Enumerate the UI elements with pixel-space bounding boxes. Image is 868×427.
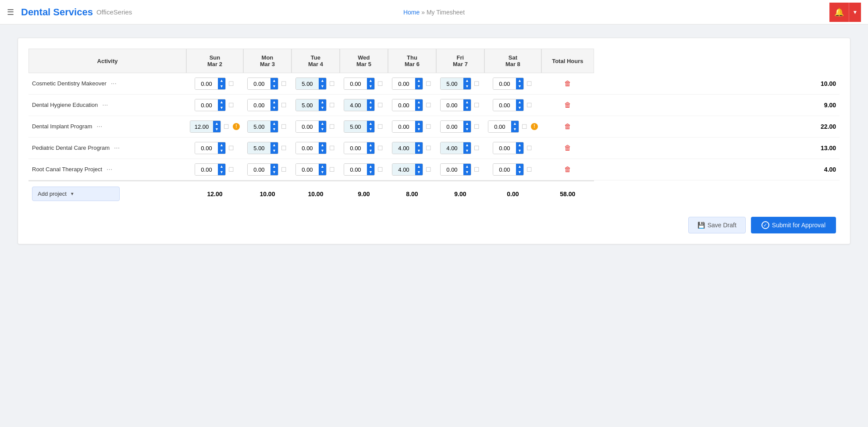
note-button[interactable]: ☐ xyxy=(377,144,384,152)
spin-down-button[interactable]: ▼ xyxy=(463,105,471,111)
note-button[interactable]: ☐ xyxy=(328,165,336,174)
spin-up-button[interactable]: ▲ xyxy=(367,142,374,148)
spin-down-button[interactable]: ▼ xyxy=(367,169,374,175)
delete-row-button[interactable]: 🗑 xyxy=(562,123,573,131)
note-button[interactable]: ☐ xyxy=(280,122,288,131)
spin-up-button[interactable]: ▲ xyxy=(516,142,523,148)
row-options-button[interactable]: ··· xyxy=(100,101,110,109)
spin-up-button[interactable]: ▲ xyxy=(270,121,278,127)
spin-down-button[interactable]: ▼ xyxy=(415,84,423,89)
time-input[interactable] xyxy=(344,99,367,111)
submit-approval-button[interactable]: ✓ Submit for Approval xyxy=(751,217,836,233)
bell-button[interactable]: 🔔 xyxy=(829,3,849,22)
time-input[interactable] xyxy=(344,164,367,175)
time-input[interactable] xyxy=(195,164,218,175)
spin-down-button[interactable]: ▼ xyxy=(367,127,374,132)
note-button[interactable]: ☐ xyxy=(280,101,288,109)
spin-down-button[interactable]: ▼ xyxy=(367,84,374,89)
note-button[interactable]: ☐ xyxy=(377,101,384,109)
spin-up-button[interactable]: ▲ xyxy=(319,121,326,127)
time-input[interactable] xyxy=(195,99,218,111)
note-button[interactable]: ☐ xyxy=(328,79,336,88)
spin-up-button[interactable]: ▲ xyxy=(463,78,471,84)
spin-up-button[interactable]: ▲ xyxy=(415,142,423,148)
spin-down-button[interactable]: ▼ xyxy=(270,127,278,132)
spin-up-button[interactable]: ▲ xyxy=(367,99,374,105)
note-button[interactable]: ☐ xyxy=(473,122,480,131)
spin-up-button[interactable]: ▲ xyxy=(516,78,523,84)
time-input[interactable] xyxy=(441,99,463,111)
time-input[interactable] xyxy=(344,78,367,89)
time-input[interactable] xyxy=(195,78,218,89)
spin-down-button[interactable]: ▼ xyxy=(516,169,523,175)
time-input[interactable] xyxy=(488,121,511,132)
spin-down-button[interactable]: ▼ xyxy=(319,105,326,111)
spin-down-button[interactable]: ▼ xyxy=(516,105,523,111)
delete-row-button[interactable]: 🗑 xyxy=(562,166,573,173)
spin-up-button[interactable]: ▲ xyxy=(218,142,225,148)
note-button[interactable]: ☐ xyxy=(425,101,432,109)
row-options-button[interactable]: ··· xyxy=(104,166,115,173)
time-input[interactable] xyxy=(493,99,516,111)
note-button[interactable]: ☐ xyxy=(377,122,384,131)
note-button[interactable]: ☐ xyxy=(228,144,235,152)
note-button[interactable]: ☐ xyxy=(328,101,336,109)
note-button[interactable]: ☐ xyxy=(425,165,432,174)
spin-down-button[interactable]: ▼ xyxy=(270,148,278,154)
spin-down-button[interactable]: ▼ xyxy=(463,84,471,89)
spin-up-button[interactable]: ▲ xyxy=(270,99,278,105)
spin-down-button[interactable]: ▼ xyxy=(319,148,326,154)
save-draft-button[interactable]: 💾 Save Draft xyxy=(688,217,746,233)
spin-up-button[interactable]: ▲ xyxy=(270,142,278,148)
note-button[interactable]: ☐ xyxy=(526,101,533,109)
spin-up-button[interactable]: ▲ xyxy=(415,99,423,105)
spin-down-button[interactable]: ▼ xyxy=(367,148,374,154)
note-button[interactable]: ☐ xyxy=(526,144,533,152)
spin-down-button[interactable]: ▼ xyxy=(270,169,278,175)
time-input[interactable] xyxy=(392,164,415,175)
note-button[interactable]: ☐ xyxy=(377,165,384,174)
time-input[interactable] xyxy=(441,78,463,89)
spin-up-button[interactable]: ▲ xyxy=(415,121,423,127)
breadcrumb-home[interactable]: Home xyxy=(403,9,420,16)
note-button[interactable]: ☐ xyxy=(228,101,235,109)
spin-up-button[interactable]: ▲ xyxy=(319,78,326,84)
spin-up-button[interactable]: ▲ xyxy=(367,121,374,127)
note-button[interactable]: ☐ xyxy=(473,144,480,152)
spin-up-button[interactable]: ▲ xyxy=(218,164,225,169)
row-options-button[interactable]: ··· xyxy=(94,123,105,131)
time-input[interactable] xyxy=(195,142,218,154)
note-button[interactable]: ☐ xyxy=(328,144,336,152)
time-input[interactable] xyxy=(441,142,463,154)
spin-up-button[interactable]: ▲ xyxy=(463,142,471,148)
time-input[interactable] xyxy=(344,121,367,132)
time-input[interactable] xyxy=(344,142,367,154)
note-button[interactable]: ☐ xyxy=(228,79,235,88)
spin-up-button[interactable]: ▲ xyxy=(218,99,225,105)
time-input[interactable] xyxy=(248,78,270,89)
note-button[interactable]: ☐ xyxy=(473,165,480,174)
time-input[interactable] xyxy=(392,99,415,111)
time-input[interactable] xyxy=(493,78,516,89)
spin-down-button[interactable]: ▼ xyxy=(218,105,225,111)
time-input[interactable] xyxy=(248,164,270,175)
spin-down-button[interactable]: ▼ xyxy=(463,148,471,154)
time-input[interactable] xyxy=(493,142,516,154)
note-button[interactable]: ☐ xyxy=(328,122,336,131)
spin-up-button[interactable]: ▲ xyxy=(270,164,278,169)
time-input[interactable] xyxy=(441,164,463,175)
time-input[interactable] xyxy=(392,142,415,154)
spin-up-button[interactable]: ▲ xyxy=(463,164,471,169)
time-input[interactable] xyxy=(441,121,463,132)
time-input[interactable] xyxy=(190,121,213,132)
time-input[interactable] xyxy=(296,121,319,132)
note-button[interactable]: ☐ xyxy=(280,165,288,174)
spin-up-button[interactable]: ▲ xyxy=(213,121,221,127)
note-button[interactable]: ☐ xyxy=(228,165,235,174)
spin-down-button[interactable]: ▼ xyxy=(415,105,423,111)
note-button[interactable]: ☐ xyxy=(280,144,288,152)
note-button[interactable]: ☐ xyxy=(521,122,528,131)
spin-down-button[interactable]: ▼ xyxy=(270,105,278,111)
spin-up-button[interactable]: ▲ xyxy=(319,142,326,148)
time-input[interactable] xyxy=(248,121,270,132)
